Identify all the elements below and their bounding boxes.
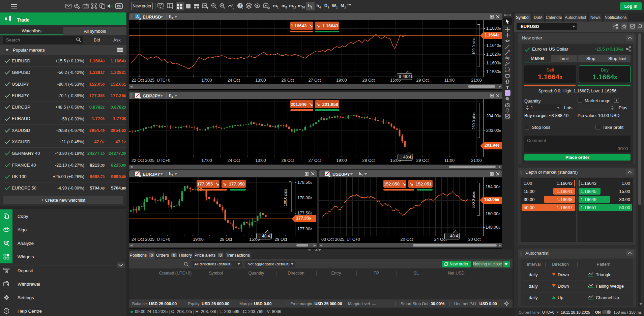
svg-text:T: T [506, 85, 509, 90]
svg-text:?: ? [5, 309, 7, 313]
svg-text:F: F [508, 70, 509, 72]
svg-text:EN: EN [117, 5, 121, 8]
